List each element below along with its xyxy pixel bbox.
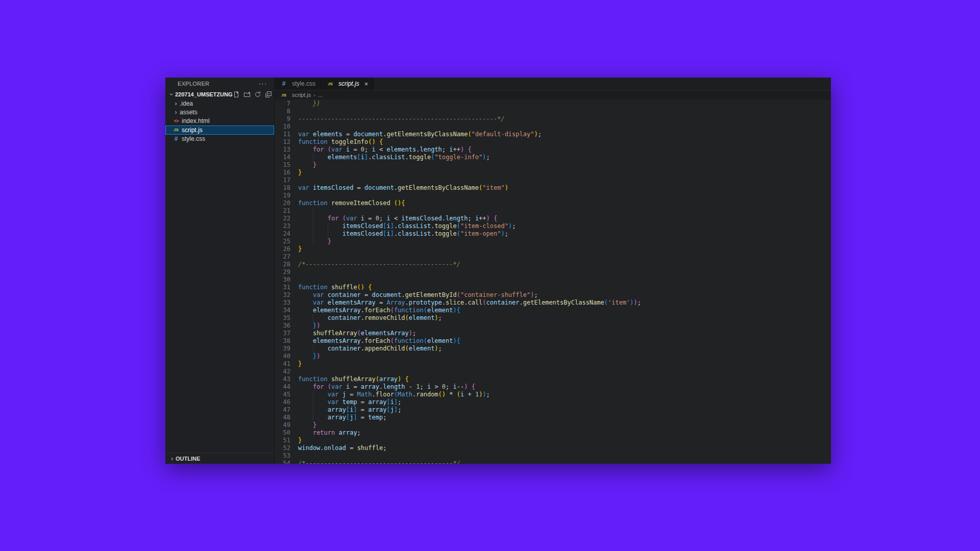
code-line[interactable]: 44 for (var i = array.length - 1; i > 0;…	[275, 383, 831, 391]
line-number[interactable]: 43	[275, 375, 298, 383]
line-number[interactable]: 29	[275, 268, 298, 276]
line-number[interactable]: 27	[275, 253, 298, 261]
code-line[interactable]: 31function shuffle() {	[275, 284, 831, 291]
sidebar-item--idea[interactable]: ›.idea	[165, 99, 274, 108]
sidebar-item-script-js[interactable]: JSscript.js	[165, 126, 274, 134]
breadcrumb-symbol[interactable]: ...	[318, 92, 323, 98]
line-number[interactable]: 46	[275, 398, 298, 406]
line-number[interactable]: 49	[275, 421, 298, 429]
line-number[interactable]: 34	[275, 307, 298, 314]
line-number[interactable]: 24	[275, 230, 298, 238]
line-number[interactable]: 31	[275, 284, 298, 291]
line-number[interactable]: 10	[275, 123, 298, 131]
code-line[interactable]: 35 container.removeChild(element);	[275, 314, 831, 322]
project-root-row[interactable]: › 220714_UMSETZUNG	[165, 90, 274, 99]
line-number[interactable]: 35	[275, 314, 298, 322]
code-line[interactable]: 10	[275, 123, 831, 131]
code-line[interactable]: 18var itemsClosed = document.getElements…	[275, 184, 831, 192]
code-line[interactable]: 8	[275, 108, 831, 115]
code-line[interactable]: 9---------------------------------------…	[275, 115, 831, 123]
code-line[interactable]: 15 }	[275, 161, 831, 169]
line-number[interactable]: 26	[275, 245, 298, 253]
code-line[interactable]: 33 var elementsArray = Array.prototype.s…	[275, 299, 831, 307]
line-number[interactable]: 16	[275, 169, 298, 177]
tab-script-js[interactable]: JSscript.js×	[321, 78, 374, 90]
outline-section[interactable]: › OUTLINE	[165, 453, 274, 464]
code-line[interactable]: 16}	[275, 169, 831, 177]
collapse-folders-icon[interactable]	[265, 91, 272, 98]
line-number[interactable]: 42	[275, 368, 298, 375]
code-line[interactable]: 37 shuffleArray(elementsArray);	[275, 330, 831, 337]
code-line[interactable]: 17	[275, 177, 831, 184]
new-file-icon[interactable]	[233, 91, 240, 98]
refresh-explorer-icon[interactable]	[254, 91, 261, 98]
code-line[interactable]: 29	[275, 268, 831, 276]
code-line[interactable]: 42	[275, 368, 831, 375]
code-line[interactable]: 38 elementsArray.forEach(function(elemen…	[275, 337, 831, 345]
line-number[interactable]: 22	[275, 215, 298, 222]
line-number[interactable]: 19	[275, 192, 298, 199]
code-line[interactable]: 21	[275, 207, 831, 215]
code-line[interactable]: 46 var temp = array[i];	[275, 398, 831, 406]
code-line[interactable]: 53	[275, 452, 831, 460]
code-line[interactable]: 49 }	[275, 421, 831, 429]
line-number[interactable]: 14	[275, 154, 298, 161]
line-number[interactable]: 52	[275, 444, 298, 452]
tab-style-css[interactable]: #style.css	[275, 78, 321, 90]
line-number[interactable]: 48	[275, 414, 298, 421]
code-line[interactable]: 32 var container = document.getElementBy…	[275, 291, 831, 299]
code-line[interactable]: 30	[275, 276, 831, 284]
code-line[interactable]: 7 })	[275, 100, 831, 108]
line-number[interactable]: 50	[275, 429, 298, 437]
line-number[interactable]: 40	[275, 353, 298, 360]
line-number[interactable]: 33	[275, 299, 298, 307]
line-number[interactable]: 51	[275, 437, 298, 444]
code-line[interactable]: 14 elements[i].classList.toggle("toggle-…	[275, 154, 831, 161]
code-line[interactable]: 52window.onload = shuffle;	[275, 444, 831, 452]
code-line[interactable]: 43function shuffleArray(array) {	[275, 375, 831, 383]
line-number[interactable]: 45	[275, 391, 298, 398]
code-line[interactable]: 39 container.appendChild(element);	[275, 345, 831, 353]
code-line[interactable]: 13 for (var i = 0; i < elements.length; …	[275, 146, 831, 154]
code-line[interactable]: 41}	[275, 360, 831, 368]
code-line[interactable]: 51}	[275, 437, 831, 444]
code-line[interactable]: 40 })	[275, 353, 831, 360]
line-number[interactable]: 54	[275, 460, 298, 464]
line-number[interactable]: 28	[275, 261, 298, 268]
line-number[interactable]: 7	[275, 100, 298, 108]
line-number[interactable]: 23	[275, 222, 298, 230]
line-number[interactable]: 11	[275, 131, 298, 138]
code-line[interactable]: 47 array[i] = array[j];	[275, 406, 831, 414]
line-number[interactable]: 39	[275, 345, 298, 353]
code-editor[interactable]: 7 })89----------------------------------…	[275, 99, 831, 464]
line-number[interactable]: 53	[275, 452, 298, 460]
sidebar-item-index-html[interactable]: <>index.html	[165, 117, 274, 126]
sidebar-item-style-css[interactable]: #style.css	[165, 135, 274, 143]
line-number[interactable]: 21	[275, 207, 298, 215]
breadcrumb-file[interactable]: script.js	[292, 92, 311, 98]
line-number[interactable]: 37	[275, 330, 298, 337]
line-number[interactable]: 9	[275, 115, 298, 123]
code-line[interactable]: 26}	[275, 245, 831, 253]
code-line[interactable]: 24 itemsClosed[i].classList.toggle("item…	[275, 230, 831, 238]
code-line[interactable]: 23 itemsClosed[i].classList.toggle("item…	[275, 222, 831, 230]
code-line[interactable]: 54/*------------------------------------…	[275, 460, 831, 464]
code-line[interactable]: 20function removeItemClosed (){	[275, 199, 831, 207]
code-line[interactable]: 45 var j = Math.floor(Math.random() * (i…	[275, 391, 831, 398]
line-number[interactable]: 38	[275, 337, 298, 345]
code-line[interactable]: 36 })	[275, 322, 831, 330]
code-line[interactable]: 48 array[j] = temp;	[275, 414, 831, 421]
line-number[interactable]: 30	[275, 276, 298, 284]
line-number[interactable]: 8	[275, 108, 298, 115]
code-line[interactable]: 28/*------------------------------------…	[275, 261, 831, 268]
line-number[interactable]: 32	[275, 291, 298, 299]
code-line[interactable]: 27	[275, 253, 831, 261]
line-number[interactable]: 17	[275, 177, 298, 184]
line-number[interactable]: 13	[275, 146, 298, 154]
code-line[interactable]: 22 for (var i = 0; i < itemsClosed.lengt…	[275, 215, 831, 222]
sidebar-item-assets[interactable]: ›assets	[165, 108, 274, 116]
line-number[interactable]: 18	[275, 184, 298, 192]
close-tab-icon[interactable]: ×	[364, 81, 369, 87]
line-number[interactable]: 47	[275, 406, 298, 414]
code-line[interactable]: 12function toggleInfo() {	[275, 138, 831, 146]
